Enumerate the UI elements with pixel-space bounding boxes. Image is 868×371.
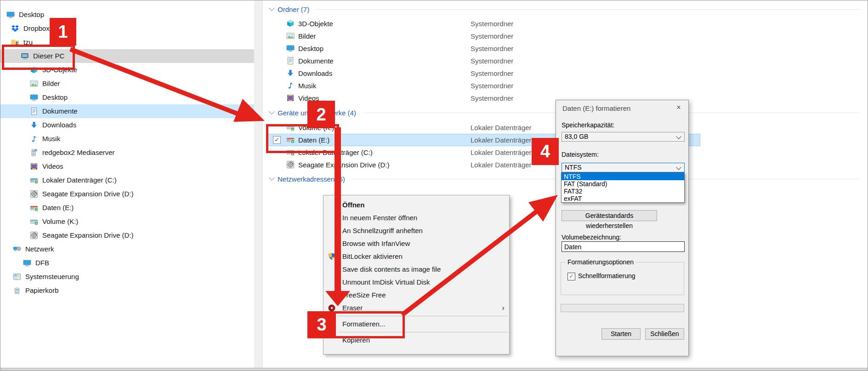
sidebar-item-bilder[interactable]: Bilder xyxy=(0,77,254,91)
filesystem-option-ntfs[interactable]: NTFS xyxy=(562,173,684,180)
sidebar-item-desktop[interactable]: Desktop xyxy=(0,8,254,22)
group-header-ordner-7[interactable]: Ordner (7) xyxy=(270,3,859,15)
sidebar-item-dieser-pc[interactable]: Dieser PC xyxy=(0,49,254,63)
file-item-type: Systemordner xyxy=(471,42,513,55)
menu-item-label: Formatieren... xyxy=(342,320,385,328)
sidebar-item-lokaler-datenträger-c[interactable]: Lokaler Datenträger (C:) xyxy=(0,173,254,187)
sidebar-item-dfb[interactable]: DFB xyxy=(0,256,254,270)
menu-item-öffnen[interactable]: Öffnen xyxy=(323,199,509,211)
sidebar-item-label: Seagate Expansion Drive (D:) xyxy=(42,187,133,201)
sidebar-item-dokumente[interactable]: Dokumente xyxy=(0,104,254,118)
filesystem-option-exfat[interactable]: exFAT xyxy=(562,195,684,202)
file-item-type: Lokaler Datenträger xyxy=(471,146,532,159)
sidebar-item-desktop[interactable]: Desktop xyxy=(0,91,254,104)
drive-blue-icon xyxy=(30,176,38,184)
sidebar-item-volume-k[interactable]: Volume (K:) xyxy=(0,215,254,228)
document-icon xyxy=(30,107,38,115)
film-icon xyxy=(30,162,38,171)
quick-format-checkbox[interactable]: ✓ xyxy=(567,273,575,280)
volume-label-caption: Volumebezeichnung: xyxy=(562,234,621,241)
menu-item-formatieren[interactable]: Formatieren... xyxy=(323,318,509,331)
sidebar-item-3d-objekte[interactable]: 3D-Objekte xyxy=(0,63,254,77)
sidebar-item-label: Dropbox xyxy=(23,22,50,35)
menu-item-an-schnellzugriff-anheften[interactable]: An Schnellzugriff anheften xyxy=(323,224,509,237)
drive-plain-icon xyxy=(286,123,295,131)
sidebar-tree: DesktopDropboxtzuDieser PC3D-ObjekteBild… xyxy=(0,0,254,368)
cube-icon xyxy=(286,19,295,28)
sidebar-item-label: tzu xyxy=(23,35,33,49)
sidebar-item-downloads[interactable]: Downloads xyxy=(0,118,254,132)
close-icon[interactable]: × xyxy=(674,103,684,112)
picture-icon xyxy=(30,80,38,88)
sidebar-item-tzu[interactable]: tzu xyxy=(0,35,254,49)
sidebar-item-dropbox[interactable]: Dropbox xyxy=(0,22,254,35)
sidebar-item-label: Desktop xyxy=(42,91,68,104)
file-item-type: Lokaler Datenträger xyxy=(471,121,532,134)
start-button[interactable]: Starten xyxy=(601,328,641,340)
menu-item-save-disk-contents-as-image-file[interactable]: Save disk contents as image file xyxy=(323,263,509,276)
restore-defaults-button[interactable]: Gerätestandards wiederherstellen xyxy=(562,210,657,221)
sidebar-item-seagate-expansion-drive-d[interactable]: Seagate Expansion Drive (D:) xyxy=(0,228,254,242)
submenu-arrow-icon: › xyxy=(502,302,505,314)
sidebar-item-musik[interactable]: Musik xyxy=(0,132,254,146)
sidebar-item-daten-e[interactable]: Daten (E:) xyxy=(0,201,254,215)
file-item-bilder[interactable]: BilderSystemordner xyxy=(264,30,863,42)
filesystem-option-fat-standard[interactable]: FAT (Standard) xyxy=(562,180,684,188)
menu-item-label: TreeSize Free xyxy=(342,291,386,299)
file-item-musik[interactable]: MusikSystemordner xyxy=(264,80,863,92)
sidebar-scrollbar[interactable] xyxy=(254,0,262,368)
filesystem-dropdown-list: NTFSFAT (Standard)FAT32exFAT xyxy=(561,172,685,203)
menu-item-in-neuem-fenster-öffnen[interactable]: In neuem Fenster öffnen xyxy=(323,211,509,224)
file-item-label: Musik xyxy=(298,80,316,92)
file-item-label: Bilder xyxy=(298,30,316,42)
item-checkbox[interactable]: ✓ xyxy=(273,136,281,144)
menu-item-eraser[interactable]: Eraser› xyxy=(323,302,509,314)
file-item-downloads[interactable]: DownloadsSystemordner xyxy=(264,67,863,80)
menu-item-treesize-free[interactable]: TreeSize Free xyxy=(323,289,509,302)
sidebar-item-systemsteuerung[interactable]: Systemsteuerung xyxy=(0,270,254,284)
menu-separator xyxy=(338,316,508,316)
sidebar-item-label: Papierkorb xyxy=(25,284,59,297)
sidebar-item-videos[interactable]: Videos xyxy=(0,160,254,173)
menu-item-label: Browse with IrfanView xyxy=(342,240,410,247)
drive-red-icon xyxy=(286,136,295,144)
filesystem-combobox[interactable]: NTFS xyxy=(562,163,685,172)
film-icon xyxy=(286,94,295,102)
file-item-type: Systemordner xyxy=(471,80,513,92)
sidebar-item-label: Desktop xyxy=(19,8,44,22)
file-item-label: Videos xyxy=(298,92,319,104)
menu-item-unmount-imdisk-virtual-disk[interactable]: Unmount ImDisk Virtual Disk xyxy=(323,276,509,289)
menu-item-browse-with-irfanview[interactable]: Browse with IrfanView xyxy=(323,237,509,250)
sidebar-item-label: Downloads xyxy=(42,118,76,132)
context-menu: ÖffnenIn neuem Fenster öffnenAn Schnellz… xyxy=(323,195,510,354)
menu-item-bitlocker-aktivieren[interactable]: BitLocker aktivieren xyxy=(323,250,509,263)
sidebar-item-label: Volume (K:) xyxy=(42,215,78,228)
monitor-icon xyxy=(6,11,15,19)
capacity-label: Speicherkapazität: xyxy=(562,121,614,129)
sidebar-item-redgebox2-mediaserver[interactable]: redgebox2 Mediaserver xyxy=(0,146,254,160)
sidebar-item-seagate-expansion-drive-d[interactable]: Seagate Expansion Drive (D:) xyxy=(0,187,254,201)
pane-divider xyxy=(262,0,263,368)
file-item-dokumente[interactable]: DokumenteSystemordner xyxy=(264,55,863,67)
explorer-window: DesktopDropboxtzuDieser PC3D-ObjekteBild… xyxy=(0,0,868,371)
music-icon xyxy=(30,135,38,143)
sidebar-item-netzwerk[interactable]: Netzwerk xyxy=(0,242,254,256)
sidebar-item-papierkorb[interactable]: Papierkorb xyxy=(0,284,254,297)
format-options-label: Formatierungsoptionen xyxy=(566,258,635,266)
sidebar-item-label: Dokumente xyxy=(42,104,78,118)
menu-separator xyxy=(338,332,508,332)
filesystem-option-fat32[interactable]: FAT32 xyxy=(562,188,684,195)
window-bottom-edge xyxy=(0,368,868,371)
menu-item-kopieren[interactable]: Kopieren xyxy=(323,334,509,347)
capacity-value: 83,0 GB xyxy=(565,133,588,140)
media-server-icon xyxy=(30,148,38,157)
download-icon xyxy=(286,69,295,77)
file-item-3d-objekte[interactable]: 3D-ObjekteSystemordner xyxy=(264,17,863,30)
volume-label-input[interactable] xyxy=(562,241,685,252)
file-item-desktop[interactable]: DesktopSystemordner xyxy=(264,42,863,55)
file-item-type: Systemordner xyxy=(471,17,513,30)
capacity-combobox[interactable]: 83,0 GB xyxy=(562,132,685,142)
close-button[interactable]: Schließen xyxy=(645,328,684,340)
document-icon xyxy=(286,57,295,65)
file-item-label: Daten (E:) xyxy=(298,134,329,146)
